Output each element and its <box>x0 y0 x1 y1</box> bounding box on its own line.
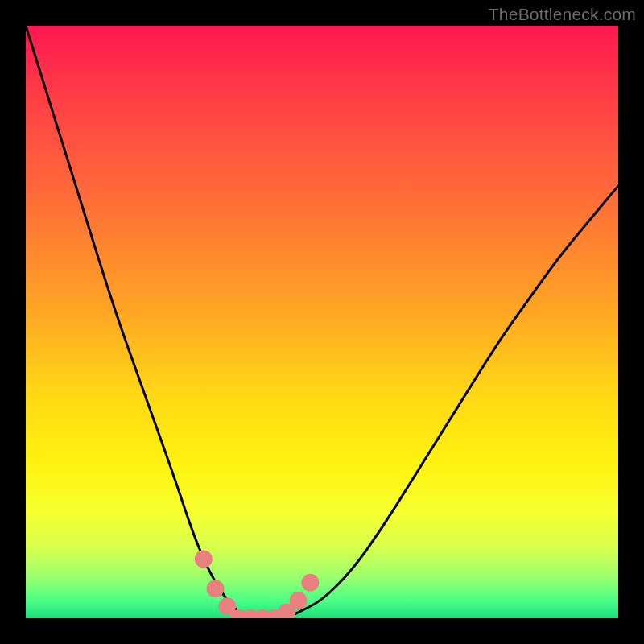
reference-dot <box>290 592 308 609</box>
chart-svg <box>26 26 618 618</box>
watermark-text: TheBottleneck.com <box>489 5 636 24</box>
bottleneck-curve <box>26 26 618 618</box>
reference-dot <box>207 580 225 597</box>
plot-area <box>26 26 618 618</box>
reference-dot <box>301 574 319 592</box>
reference-dot <box>195 550 213 568</box>
reference-dots <box>195 550 319 618</box>
chart-frame: TheBottleneck.com <box>0 0 644 644</box>
